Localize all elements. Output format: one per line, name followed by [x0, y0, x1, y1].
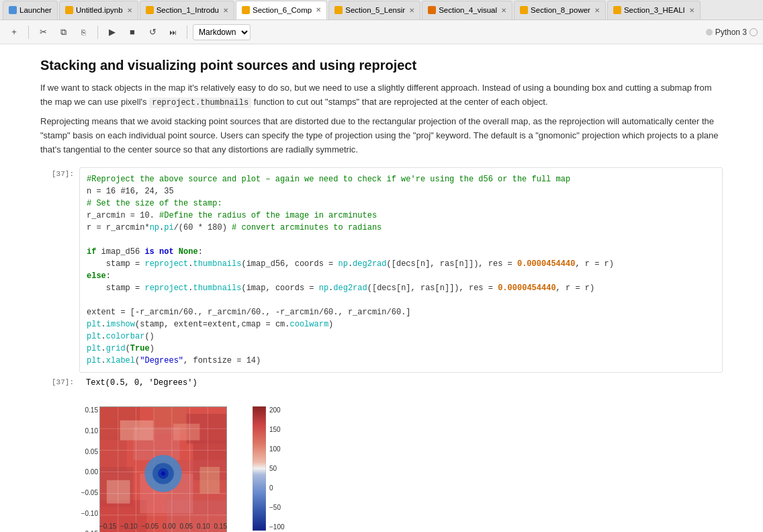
code-line-6: if imap_d56 is not None:: [87, 246, 715, 258]
paste-button[interactable]: ⎘: [75, 24, 92, 41]
close-icon-section4[interactable]: ✕: [501, 7, 506, 14]
modified-icon-section4: [428, 6, 436, 14]
cut-button[interactable]: ✂: [34, 24, 52, 41]
notebook-icon-section6: [242, 6, 250, 14]
launcher-icon: [9, 6, 17, 14]
code-cell-37-wrapper: [37]: #Reproject the above source and pl…: [40, 167, 723, 373]
cb-label-0: 200: [269, 406, 285, 414]
run-button[interactable]: ▶: [103, 24, 121, 41]
copy-button[interactable]: ⧉: [54, 24, 72, 41]
plot-axes: 0.15 0.10 0.05 0.00 −0.05 −0.10 −0.15: [79, 393, 247, 532]
close-icon-section1[interactable]: ✕: [223, 7, 228, 14]
x-label-2: −0.05: [142, 523, 159, 530]
code-line-1: #Reproject the above source and plot – a…: [87, 173, 715, 185]
code-line-12: plt.colorbar(): [87, 330, 715, 343]
code-line-8: else:: [87, 270, 715, 282]
y-label-1: 0.10: [79, 427, 98, 435]
x-label-3: 0.00: [163, 523, 175, 530]
tab-untitled[interactable]: Untitled.ipynb ✕: [59, 1, 138, 19]
code-line-11: plt.imshow(stamp, extent=extent,cmap = c…: [87, 318, 715, 330]
svg-rect-13: [173, 424, 200, 441]
toolbar-divider-2: [97, 26, 98, 39]
tab-section6-label: Section_6_Comp: [253, 6, 312, 14]
code-line-blank-2: [87, 294, 715, 306]
code-line-2: n = 16 #16, 24, 35: [87, 185, 715, 197]
close-icon-untitled[interactable]: ✕: [127, 7, 132, 14]
cb-label-6: −100: [269, 523, 285, 531]
svg-rect-31: [253, 406, 266, 531]
x-label-4: 0.05: [180, 523, 193, 530]
cb-label-3: 50: [269, 465, 285, 472]
toolbar-divider-3: [187, 26, 187, 39]
colorbar-wrapper: 200 150 100 50 0 −50 −100: [253, 393, 285, 531]
cb-label-5: −50: [269, 504, 285, 511]
kernel-selector: Python 3: [706, 28, 758, 37]
tab-section3-label: Section_3_HEALI: [624, 6, 685, 14]
plot-figure: 0.15 0.10 0.05 0.00 −0.05 −0.10 −0.15: [79, 393, 723, 532]
tab-launcher-label: Launcher: [19, 6, 52, 14]
plot-container: 0.15 0.10 0.05 0.00 −0.05 −0.10 −0.15: [79, 393, 723, 532]
stop-button[interactable]: ■: [124, 24, 141, 41]
tab-launcher[interactable]: Launcher: [3, 1, 58, 19]
section-heading: Stacking and visualizing point sources a…: [40, 58, 723, 73]
colorbar-labels: 200 150 100 50 0 −50 −100: [269, 406, 285, 531]
x-label-1: −0.10: [120, 523, 137, 530]
colorbar-strip: [253, 406, 266, 531]
cb-label-2: 100: [269, 445, 285, 453]
x-label-0: −0.15: [99, 523, 116, 530]
tab-section1[interactable]: Section_1_Introdu ✕: [140, 1, 234, 19]
code-line-blank-1: [87, 234, 715, 246]
fast-forward-button[interactable]: ⏭: [164, 24, 181, 41]
code-cell-37[interactable]: #Reproject the above source and plot – a…: [79, 167, 723, 373]
tab-section6[interactable]: Section_6_Comp ✕: [236, 1, 327, 19]
cb-label-4: 0: [269, 484, 285, 492]
notebook-icon-section3: [613, 6, 621, 14]
code-line-7: stamp = reproject.thumbnails(imap_d56, c…: [87, 258, 715, 270]
y-axis-labels: 0.15 0.10 0.05 0.00 −0.05 −0.10 −0.15: [79, 406, 98, 532]
y-label-3: 0.00: [79, 468, 98, 476]
notebook-icon-untitled: [65, 6, 73, 14]
code-line-9: stamp = reproject.thumbnails(imap, coord…: [87, 282, 715, 294]
tab-section5-label: Section_5_Lensir: [345, 6, 405, 14]
cell-number-37: [37]:: [40, 167, 74, 178]
notebook-content: Stacking and visualizing point sources a…: [0, 44, 763, 532]
svg-rect-12: [120, 420, 153, 441]
output-cell-37-wrapper: [37]: Text(0.5, 0, 'Degrees'): [40, 375, 723, 390]
output-number-37: [37]:: [40, 375, 74, 386]
svg-rect-14: [199, 467, 220, 494]
code-line-10: extent = [-r_arcmin/60., r_arcmin/60., -…: [87, 306, 715, 318]
close-icon-section5[interactable]: ✕: [409, 7, 414, 14]
x-axis-labels: −0.15 −0.10 −0.05 0.00 0.05 0.10 0.15: [99, 523, 227, 530]
toolbar: + ✂ ⧉ ⎘ ▶ ■ ↺ ⏭ Markdown Code Raw Python…: [0, 20, 763, 44]
tab-section3[interactable]: Section_3_HEALI ✕: [607, 1, 701, 19]
svg-rect-15: [107, 480, 130, 504]
tab-untitled-label: Untitled.ipynb: [76, 6, 123, 14]
close-icon-section8[interactable]: ✕: [594, 7, 600, 14]
x-label-6: 0.15: [214, 523, 227, 530]
toolbar-divider-1: [28, 26, 29, 39]
y-label-5: −0.10: [79, 510, 98, 517]
close-icon-section3[interactable]: ✕: [689, 7, 694, 14]
cell-type-select[interactable]: Markdown Code Raw: [193, 24, 251, 40]
add-cell-button[interactable]: +: [5, 24, 23, 41]
kernel-status-circle: [750, 28, 758, 36]
restart-button[interactable]: ↺: [144, 24, 161, 41]
heatmap-canvas: [99, 406, 227, 532]
kernel-label: Python 3: [715, 28, 747, 37]
y-label-4: −0.05: [79, 489, 98, 496]
intro-paragraph-2: Reprojecting means that we avoid stackin…: [40, 115, 723, 157]
notebook-icon-section5: [334, 6, 343, 14]
svg-point-30: [161, 472, 165, 476]
close-icon-section6[interactable]: ✕: [316, 6, 321, 13]
notebook-icon-section1: [146, 6, 154, 14]
cb-label-1: 150: [269, 426, 285, 433]
code-line-14: plt.xlabel("Degrees", fontsize = 14): [87, 355, 715, 367]
y-label-0: 0.15: [79, 406, 98, 414]
tab-section8[interactable]: Section_8_power ✕: [514, 1, 606, 19]
output-text-37: Text(0.5, 0, 'Degrees'): [79, 375, 723, 390]
tab-bar: Launcher Untitled.ipynb ✕ Section_1_Intr…: [0, 0, 763, 20]
tab-section5[interactable]: Section_5_Lensir ✕: [328, 1, 420, 19]
tab-section4[interactable]: Section_4_visual ✕: [422, 1, 512, 19]
x-label-5: 0.10: [197, 523, 210, 530]
output-text-value: Text(0.5, 0, 'Degrees'): [86, 378, 197, 388]
